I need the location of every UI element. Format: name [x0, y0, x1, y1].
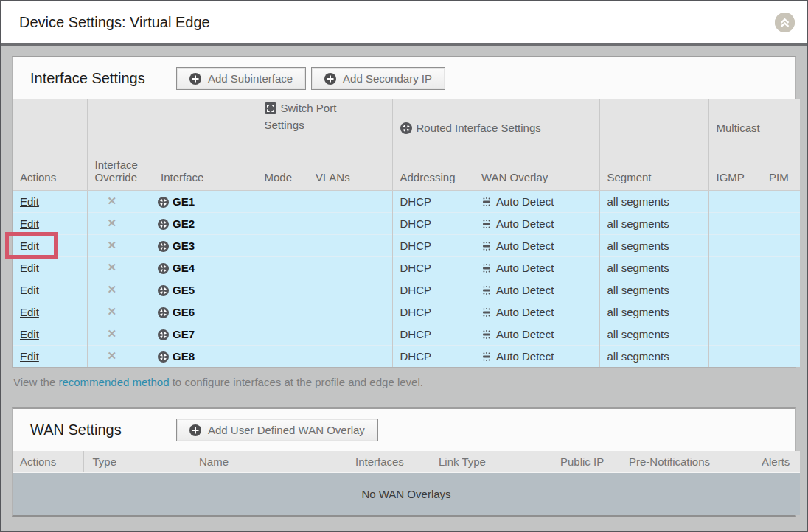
wan-col-name: Name: [190, 451, 346, 472]
interface-cell: GE7: [153, 323, 257, 345]
col-mode: Mode: [257, 141, 308, 190]
interface-cell: GE8: [153, 345, 257, 367]
pim-cell: [762, 345, 800, 367]
wan-overlay-value: Auto Detect: [496, 284, 554, 296]
actions-cell: Edit: [13, 345, 87, 367]
pim-cell: [762, 212, 800, 234]
mode-cell: [257, 279, 308, 301]
interface-table-group-header: Switch Port Settings: [13, 99, 800, 141]
collapse-section-button[interactable]: [775, 13, 795, 32]
vlans-cell: [308, 345, 392, 367]
override-cleared-x-icon: ✕: [95, 195, 117, 207]
edit-link[interactable]: Edit: [20, 217, 39, 230]
routed-interface-icon: [158, 329, 169, 340]
addressing-cell: DHCP: [392, 212, 474, 234]
group-routed-label: Routed Interface Settings: [417, 122, 541, 134]
col-pim: PIM: [762, 141, 800, 190]
col-interface: Interface: [153, 141, 257, 190]
wan-overlay-cell: Auto Detect: [474, 234, 599, 256]
recommended-method-link[interactable]: recommended method: [58, 376, 169, 388]
device-settings-window: Device Settings: Virtual Edge Interface …: [0, 0, 808, 532]
interface-cell: GE3: [153, 234, 257, 256]
vlans-cell: [308, 190, 392, 212]
addressing-cell: DHCP: [392, 256, 474, 279]
override-cell: ✕: [87, 345, 153, 367]
override-cleared-x-icon: ✕: [95, 217, 117, 229]
override-cleared-x-icon: ✕: [95, 349, 117, 362]
col-vlans: VLANs: [308, 141, 392, 190]
add-subinterface-button[interactable]: Add Subinterface: [176, 67, 306, 90]
edit-link[interactable]: Edit: [20, 195, 39, 208]
override-cleared-x-icon: ✕: [95, 283, 117, 295]
wan-settings-title: WAN Settings: [30, 421, 176, 438]
mode-cell: [257, 301, 308, 323]
interface-cell: GE6: [153, 301, 257, 323]
interface-table-row: Edit ✕ GE5 DHCP: [13, 279, 800, 301]
interface-settings-title: Interface Settings: [30, 70, 176, 87]
interface-name: GE8: [173, 350, 195, 363]
col-segment: Segment: [599, 141, 708, 190]
group-multicast: Multicast: [708, 99, 800, 141]
igmp-cell: [708, 256, 762, 279]
interface-table: Switch Port Settings: [13, 99, 800, 367]
override-cell: ✕: [87, 301, 153, 323]
mode-cell: [257, 345, 308, 367]
auto-detect-icon: [481, 219, 492, 229]
edit-link[interactable]: Edit: [20, 239, 39, 252]
override-cleared-x-icon: ✕: [95, 261, 117, 273]
override-cell: ✕: [87, 234, 153, 256]
edit-link[interactable]: Edit: [20, 350, 39, 363]
vlans-cell: [308, 301, 392, 323]
auto-detect-icon: [481, 285, 492, 295]
no-wan-overlays-message: No WAN Overlays: [13, 472, 800, 515]
addressing-cell: DHCP: [392, 234, 474, 256]
edit-link[interactable]: Edit: [20, 284, 39, 296]
auto-detect-icon: [481, 351, 492, 362]
routed-interface-icon: [158, 285, 169, 296]
auto-detect-icon: [481, 329, 492, 340]
interface-cell: GE1: [153, 190, 257, 212]
vlans-cell: [308, 212, 392, 234]
interface-name: GE3: [173, 239, 195, 252]
switch-port-icon: [265, 102, 276, 114]
addressing-cell: DHCP: [392, 301, 474, 323]
segment-cell: all segments: [599, 279, 708, 301]
interface-table-row: Edit ✕ GE4 DHCP: [13, 256, 800, 279]
edit-link[interactable]: Edit: [20, 328, 39, 340]
interface-cell: GE2: [153, 212, 257, 234]
wan-col-alerts: Alerts: [753, 451, 800, 472]
override-cell: ✕: [87, 256, 153, 279]
add-secondary-ip-button[interactable]: Add Secondary IP: [311, 67, 445, 90]
wan-overlay-value: Auto Detect: [496, 328, 554, 340]
vlans-cell: [308, 279, 392, 301]
edit-link[interactable]: Edit: [20, 306, 39, 318]
plus-circle-icon: [189, 73, 201, 85]
interface-table-row: Edit ✕ GE2 DHCP: [13, 212, 800, 234]
wan-overlay-cell: Auto Detect: [474, 323, 599, 345]
wan-overlay-cell: Auto Detect: [474, 212, 599, 234]
group-cell-empty-actions: [13, 99, 87, 141]
mode-cell: [257, 234, 308, 256]
add-wan-overlay-label: Add User Defined WAN Overlay: [208, 424, 365, 436]
interface-settings-panel: Interface Settings Add Subinterface: [12, 56, 796, 368]
addressing-cell: DHCP: [392, 279, 474, 301]
add-secondary-ip-label: Add Secondary IP: [343, 72, 432, 85]
edit-link[interactable]: Edit: [20, 262, 39, 274]
group-multicast-label: Multicast: [717, 122, 760, 134]
vlans-cell: [308, 234, 392, 256]
igmp-cell: [708, 301, 762, 323]
igmp-cell: [708, 345, 762, 367]
chevron-double-up-icon: [775, 13, 795, 32]
add-user-defined-wan-overlay-button[interactable]: Add User Defined WAN Overlay: [176, 419, 378, 441]
group-cell-empty-segment: [599, 99, 708, 141]
wan-overlay-value: Auto Detect: [496, 239, 554, 252]
segment-cell: all segments: [599, 234, 708, 256]
wan-col-pre-notifications: Pre-Notifications: [620, 451, 753, 472]
note-prefix: View the: [13, 376, 58, 388]
pim-cell: [762, 323, 800, 345]
auto-detect-icon: [481, 263, 492, 273]
actions-cell: Edit: [13, 234, 87, 256]
interface-table-row: Edit ✕ GE6 DHCP: [13, 301, 800, 323]
actions-cell: Edit: [13, 301, 87, 323]
title-bar: Device Settings: Virtual Edge: [1, 1, 807, 46]
